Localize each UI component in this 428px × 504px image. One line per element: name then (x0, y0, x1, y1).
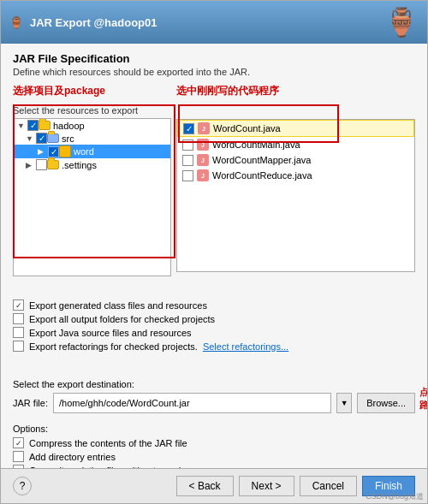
resources-tree-panel[interactable]: ▼ ✓ hadoop ▼ ✓ src (13, 118, 171, 276)
select-refactorings-link[interactable]: Select refactorings... (203, 341, 288, 352)
tree-label-src: src (62, 133, 74, 144)
checkbox-word[interactable]: ✓ (48, 146, 59, 157)
footer-left: ? (13, 477, 32, 495)
annotation-top-center: 选中刚刚写的代码程序 (176, 84, 279, 98)
checkbox-src[interactable]: ✓ (36, 133, 47, 144)
jar-row: JAR file: ▼ Browse... 点击这里选择保存路径及名称 (13, 393, 415, 413)
section-header: JAR File Specification Define which reso… (13, 52, 415, 77)
jar-input[interactable] (53, 393, 331, 413)
browse-button[interactable]: Browse... (357, 393, 415, 413)
export-dest-label: Select the export destination: (13, 379, 415, 389)
tree-item-word[interactable]: ▶ ✓ word (14, 145, 170, 158)
file-label-wordcount: WordCount.java (213, 123, 281, 133)
file-label-wordcountmapper: WordCountMapper.java (212, 155, 311, 165)
tree-label-hadoop: hadoop (53, 121, 85, 131)
checkbox-row-3[interactable]: Export Java source files and resources (13, 327, 415, 338)
file-item-wordcountmain[interactable]: J WordCountMain.java (177, 137, 414, 152)
dialog-title-text: JAR Export @hadoop01 (30, 16, 157, 29)
checkbox-wordcountmain[interactable] (182, 139, 193, 151)
file-item-wordcountreduce[interactable]: J WordCountReduce.java (177, 168, 414, 183)
file-label-wordcountreduce: WordCountReduce.java (212, 170, 312, 181)
watermark: CSDN@bug知道 (366, 491, 424, 502)
label-export-class: Export generated class files and resourc… (29, 300, 207, 311)
checkbox-row-4[interactable]: Export refactorings for checked projects… (13, 341, 415, 352)
java-icon-wordcountmain: J (197, 139, 209, 151)
jar-title-icon: 🏺 (9, 16, 23, 29)
toggle-hadoop[interactable]: ▼ (17, 122, 26, 130)
checkbox-directory[interactable] (13, 451, 24, 462)
java-icon-wordcount: J (198, 122, 210, 134)
label-export-java: Export Java source files and resources (29, 328, 192, 338)
toggle-word[interactable]: ▶ (38, 147, 46, 156)
export-dest-section: Select the export destination: JAR file:… (13, 379, 415, 413)
back-button[interactable]: < Back (176, 476, 234, 496)
checkbox-export-output[interactable] (13, 313, 24, 324)
label-directory: Add directory entries (29, 452, 116, 462)
checkbox-wordcountmapper[interactable] (182, 155, 193, 166)
folder-icon-src (47, 133, 59, 143)
tree-item-settings[interactable]: ▶ .settings (14, 158, 170, 171)
java-icon-wordcountmapper: J (197, 154, 209, 166)
file-item-wordcount[interactable]: ✓ J WordCount.java (177, 120, 414, 137)
option-row-2[interactable]: Add directory entries (13, 451, 415, 462)
label-export-output: Export all output folders for checked pr… (29, 314, 215, 324)
checkbox-export-refactoring[interactable] (13, 341, 24, 352)
dialog-title-bar: 🏺 JAR Export @hadoop01 🏺 (1, 1, 427, 44)
jar-dropdown-btn[interactable]: ▼ (336, 393, 352, 413)
checkbox-hadoop[interactable]: ✓ (27, 120, 39, 131)
toggle-src[interactable]: ▼ (26, 134, 34, 143)
annotations-row: 选择项目及package 选中刚刚写的代码程序 (13, 84, 415, 98)
file-label-wordcountmain: WordCountMain.java (212, 139, 300, 150)
tree-item-hadoop[interactable]: ▼ ✓ hadoop (14, 119, 170, 132)
tree-item-src[interactable]: ▼ ✓ src (14, 132, 170, 145)
checkbox-row-1[interactable]: ✓ Export generated class files and resou… (13, 299, 415, 311)
checkbox-export-class[interactable]: ✓ (13, 299, 24, 311)
java-icon-wordcountreduce: J (197, 169, 209, 181)
checkbox-wordcount[interactable]: ✓ (183, 123, 194, 134)
file-panel[interactable]: ✓ J WordCount.java J WordCountMain.java (176, 119, 415, 272)
tree-label-settings: .settings (62, 160, 97, 170)
options-label: Options: (13, 424, 415, 434)
checkbox-compress[interactable]: ✓ (13, 437, 24, 448)
section-title: JAR File Specification (13, 52, 415, 65)
dialog-body: JAR File Specification Define which reso… (1, 44, 427, 468)
section-desc: Define which resources should be exporte… (13, 67, 415, 77)
jar-label: JAR file: (13, 398, 48, 408)
annotation-right: 点击这里选择保存路径及名称 (419, 386, 427, 412)
checkbox-wordcountreduce[interactable] (182, 170, 193, 181)
checkbox-export-java[interactable] (13, 327, 24, 338)
cancel-button[interactable]: Cancel (300, 476, 357, 496)
help-button[interactable]: ? (13, 477, 32, 495)
label-compress: Compress the contents of the JAR file (29, 438, 187, 448)
checkbox-row-2[interactable]: Export all output folders for checked pr… (13, 313, 415, 324)
folder-icon-hadoop (39, 121, 51, 130)
dialog-footer: ? < Back Next > Cancel Finish (1, 468, 427, 503)
folder-icon-settings (47, 160, 59, 169)
annotation-top-left: 选择项目及package (13, 84, 171, 98)
package-icon-word (59, 145, 71, 157)
resources-panel-label: Select the resources to export (13, 105, 171, 116)
toggle-settings[interactable]: ▶ (26, 161, 34, 169)
jar-large-icon: 🏺 (384, 6, 419, 39)
option-row-1[interactable]: ✓ Compress the contents of the JAR file (13, 437, 415, 448)
label-export-refactoring: Export refactorings for checked projects… (29, 341, 198, 352)
options-checkboxes: ✓ Compress the contents of the JAR file … (13, 437, 415, 468)
options-section: Options: ✓ Compress the contents of the … (13, 424, 415, 468)
tree-label-word: word (74, 146, 94, 157)
checkboxes-section: ✓ Export generated class files and resou… (13, 299, 415, 352)
file-item-wordcountmapper[interactable]: J WordCountMapper.java (177, 152, 414, 168)
checkbox-settings[interactable] (36, 159, 47, 170)
next-button[interactable]: Next > (239, 476, 294, 496)
top-section: Select the resources to export ▼ ✓ hadoo… (13, 105, 415, 272)
